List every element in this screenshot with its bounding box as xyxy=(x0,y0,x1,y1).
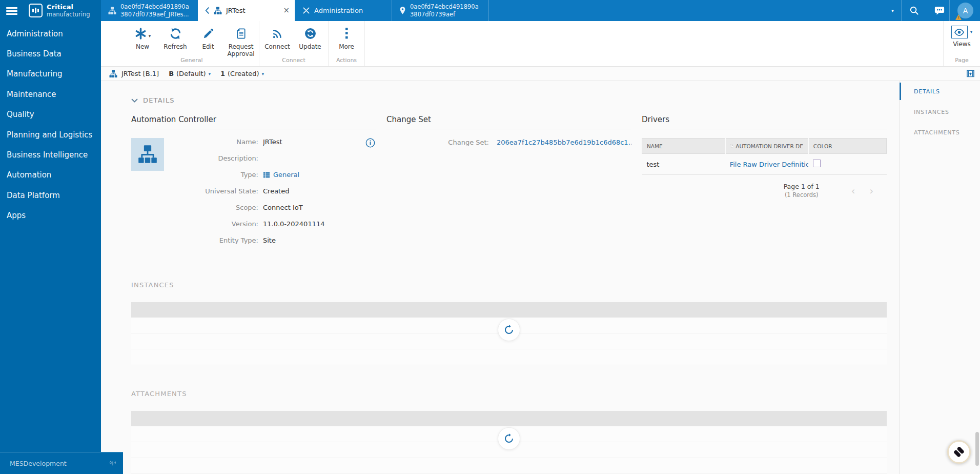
search-icon[interactable] xyxy=(902,6,927,15)
asterisk-icon xyxy=(134,27,147,40)
driver-definition-link[interactable]: File Raw Driver Definitio xyxy=(730,161,808,168)
color-checkbox[interactable] xyxy=(813,160,821,167)
tab-label-line1: 0ae0fd74ebcd491890a xyxy=(120,3,189,11)
page-indicator: Page 1 of 1 xyxy=(784,183,820,190)
sidebar: Critical manufacturing Administration Bu… xyxy=(0,0,101,474)
column-header-automation-driver[interactable]: AUTOMATION DRIVER DE xyxy=(725,139,808,154)
field-entity-type: Entity Type:Site xyxy=(167,236,376,250)
close-tab-icon[interactable]: × xyxy=(283,7,290,14)
section-nav-instances[interactable]: INSTANCES xyxy=(900,102,980,122)
tab-entity-guid-jrtest[interactable]: 0ae0fd74ebcd491890a 3807df0739aef_JRTes.… xyxy=(101,0,198,21)
environment-bar: MESDevelopment xyxy=(0,452,123,474)
toolbar-group-label: Connect xyxy=(259,57,328,64)
update-button[interactable]: Update xyxy=(294,26,326,50)
brand-logo: Critical manufacturing xyxy=(29,4,90,17)
sidebar-item-business-intelligence[interactable]: Business Intelligence xyxy=(0,145,101,165)
brand-name: Critical xyxy=(47,4,90,11)
update-icon xyxy=(304,27,317,40)
details-section-header[interactable]: DETAILS xyxy=(131,96,900,104)
details-page: DETAILS Automation Controller Name:JRTes… xyxy=(101,81,900,474)
request-approval-button[interactable]: Request Approval xyxy=(224,26,257,57)
connect-button[interactable]: Connect xyxy=(261,26,294,50)
expand-panel-icon[interactable] xyxy=(967,70,974,77)
sidebar-menu: Administration Business Data Manufacturi… xyxy=(0,24,101,226)
instances-section: INSTANCES xyxy=(131,281,887,365)
more-button[interactable]: More xyxy=(330,26,363,50)
entity-link-icon xyxy=(730,143,733,149)
chevron-down-icon: ▾ xyxy=(262,72,264,76)
tab-entity-guid[interactable]: 0ae0fd74ebcd491890a 3807df0739aef xyxy=(392,0,488,21)
assistant-logo-icon xyxy=(953,446,965,458)
sidebar-item-business-data[interactable]: Business Data xyxy=(0,44,101,64)
driver-name-cell: test xyxy=(642,154,725,175)
branch-dropdown[interactable]: B (Default) ▾ xyxy=(169,70,211,77)
info-icon[interactable] xyxy=(365,138,375,148)
sidebar-item-maintenance[interactable]: Maintenance xyxy=(0,84,101,104)
field-description: Description: xyxy=(167,154,376,168)
automation-controller-panel: Automation Controller Name:JRTest Descri… xyxy=(131,115,376,253)
drivers-panel: Drivers NAME AUTOMATION DRIVER DE xyxy=(642,115,887,253)
hamburger-menu-icon[interactable] xyxy=(6,7,17,15)
chat-icon[interactable] xyxy=(927,6,949,15)
version-dropdown[interactable]: 1 (Created) ▾ xyxy=(220,70,264,77)
change-set-panel: Change Set Change Set: 206ea7f1c27b485bb… xyxy=(386,115,631,253)
location-pin-icon xyxy=(399,6,406,15)
column-header-name[interactable]: NAME xyxy=(642,139,725,154)
tab-label: JRTest xyxy=(226,7,246,14)
panel-title: Change Set xyxy=(386,115,631,129)
admin-tools-icon xyxy=(302,7,310,14)
ribbon-toolbar: ▾ New Refresh Edit Request Approval Gene… xyxy=(101,21,980,67)
new-button[interactable]: ▾ New xyxy=(126,26,159,50)
table-pagination: Page 1 of 1 (1 Records) ‹ › xyxy=(642,183,887,199)
section-nav-details[interactable]: DETAILS xyxy=(900,81,980,102)
section-nav: DETAILS INSTANCES ATTACHMENTS xyxy=(900,81,980,474)
assistant-fab-button[interactable] xyxy=(947,440,971,464)
entity-thumbnail xyxy=(131,138,164,171)
skeleton-row xyxy=(131,349,887,365)
skeleton-bar xyxy=(131,302,887,318)
tab-jrtest-active[interactable]: JRTest × xyxy=(198,0,295,21)
hierarchy-icon xyxy=(138,145,157,164)
user-avatar[interactable]: A ! xyxy=(957,3,973,18)
sidebar-item-apps[interactable]: Apps xyxy=(0,206,101,226)
svg-text:!: ! xyxy=(957,15,959,20)
tab-label: Administration xyxy=(314,7,363,14)
tabs-overflow-caret-icon[interactable]: ▾ xyxy=(891,8,894,13)
column-header-color[interactable]: COLOR xyxy=(808,139,887,154)
previous-page-icon[interactable]: ‹ xyxy=(844,185,863,196)
field-scope: Scope:Connect IoT xyxy=(167,204,376,217)
views-button[interactable]: ▾ xyxy=(951,26,973,38)
top-tab-bar: 0ae0fd74ebcd491890a 3807df0739aef_JRTes.… xyxy=(101,0,980,21)
type-link[interactable]: General xyxy=(273,171,299,179)
page-content: DETAILS Automation Controller Name:JRTes… xyxy=(101,81,980,474)
views-caret-icon: ▾ xyxy=(970,30,973,34)
panel-title: Drivers xyxy=(642,115,887,129)
section-nav-attachments[interactable]: ATTACHMENTS xyxy=(900,122,980,143)
document-icon xyxy=(235,28,247,40)
tab-label-line2: 3807df0739aef xyxy=(410,11,479,18)
field-name: Name:JRTest xyxy=(167,138,376,151)
sidebar-item-data-platform[interactable]: Data Platform xyxy=(0,185,101,205)
tab-divider xyxy=(488,0,489,21)
toolbar-group-page: ▾ Views Page xyxy=(943,21,980,66)
next-page-icon[interactable]: › xyxy=(862,185,881,196)
toolbar-group-actions: More Actions xyxy=(329,21,365,66)
back-chevron-icon[interactable] xyxy=(205,7,210,14)
table-row[interactable]: test File Raw Driver Definitio xyxy=(642,154,887,175)
more-dots-icon xyxy=(345,28,348,39)
sidebar-item-administration[interactable]: Administration xyxy=(0,24,101,44)
sidebar-item-manufacturing[interactable]: Manufacturing xyxy=(0,64,101,84)
topbar-divider xyxy=(949,0,950,21)
sidebar-item-planning-and-logistics[interactable]: Planning and Logistics xyxy=(0,125,101,145)
tab-administration[interactable]: Administration xyxy=(295,0,392,21)
sidebar-item-automation[interactable]: Automation xyxy=(0,165,101,185)
environment-name: MESDevelopment xyxy=(10,460,67,467)
chevron-down-icon xyxy=(131,98,138,103)
change-set-link[interactable]: 206ea7f1c27b485bb7e6d19b1c6d68c1... xyxy=(497,139,631,146)
attachments-section: ATTACHMENTS xyxy=(131,390,887,474)
sidebar-item-quality[interactable]: Quality xyxy=(0,105,101,125)
refresh-button[interactable]: Refresh xyxy=(159,26,192,50)
warning-badge-icon: ! xyxy=(955,14,962,20)
vertical-scrollbar-thumb[interactable] xyxy=(975,432,979,466)
edit-button[interactable]: Edit xyxy=(192,26,224,50)
